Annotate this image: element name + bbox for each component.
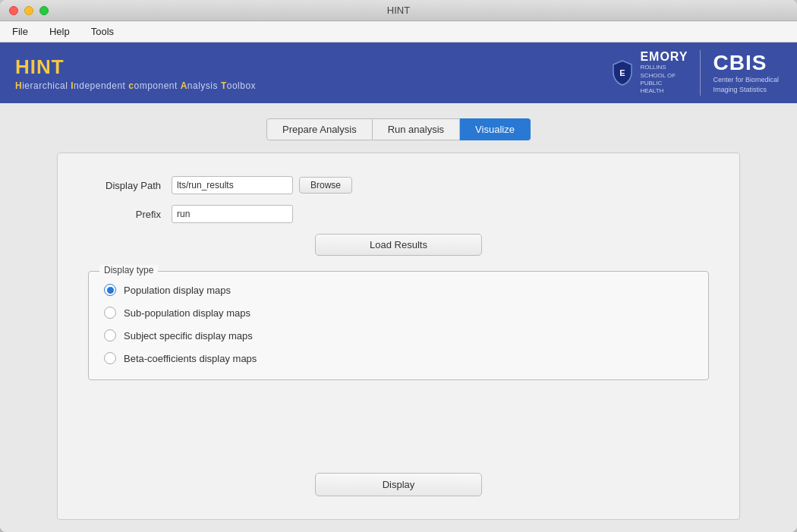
display-type-group: Display type Population display maps Sub… — [88, 271, 709, 380]
emory-name: EMORY — [640, 50, 688, 64]
radio-beta[interactable] — [104, 352, 116, 364]
cbis-name: CBIS — [713, 51, 779, 75]
prefix-row: Prefix — [88, 205, 709, 223]
tab-run-analysis[interactable]: Run analysis — [373, 118, 460, 140]
cbis-sub: Center for BiomedicalImaging Statistics — [713, 75, 779, 94]
radio-row-population: Population display maps — [104, 284, 693, 296]
prefix-input[interactable] — [172, 205, 293, 223]
visualize-panel: Display Path Browse Prefix Load Results … — [57, 153, 740, 520]
menubar: File Help Tools — [0, 21, 797, 42]
display-button-row: Display — [88, 455, 709, 496]
prefix-label: Prefix — [88, 209, 172, 220]
radio-label-beta[interactable]: Beta-coefficients display maps — [124, 353, 257, 364]
app-title: HINT — [15, 55, 256, 79]
radio-row-beta: Beta-coefficients display maps — [104, 352, 693, 364]
radio-label-subject[interactable]: Subject specific display maps — [124, 330, 253, 342]
radio-label-population[interactable]: Population display maps — [124, 285, 231, 296]
header-banner: HINT Hierarchical Independent component … — [0, 42, 797, 103]
window-controls — [9, 6, 49, 15]
emory-text: EMORY ROLLINSSCHOOL OFPUBLICHEALTH — [640, 50, 688, 96]
cbis-block: CBIS Center for BiomedicalImaging Statis… — [701, 51, 779, 94]
tab-visualize[interactable]: Visualize — [460, 118, 531, 140]
menu-help[interactable]: Help — [45, 24, 74, 39]
browse-button[interactable]: Browse — [299, 177, 352, 194]
radio-label-subpopulation[interactable]: Sub-population display maps — [124, 307, 250, 319]
menu-tools[interactable]: Tools — [87, 24, 118, 39]
menu-file[interactable]: File — [8, 24, 33, 39]
emory-shield-icon: E — [611, 59, 634, 87]
radio-subpopulation[interactable] — [104, 307, 116, 319]
load-results-row: Load Results — [88, 234, 709, 256]
emory-logo: E EMORY ROLLINSSCHOOL OFPUBLICHEALTH — [611, 50, 701, 96]
minimize-button[interactable] — [24, 6, 33, 15]
radio-row-subject: Subject specific display maps — [104, 329, 693, 342]
radio-subject[interactable] — [104, 329, 116, 342]
tab-prepare-analysis[interactable]: Prepare Analysis — [266, 118, 373, 140]
app-window: HINT File Help Tools HINT Hierarchical I… — [0, 0, 797, 532]
titlebar: HINT — [0, 0, 797, 21]
display-path-label: Display Path — [88, 180, 172, 191]
display-path-row: Display Path Browse — [88, 176, 709, 194]
banner-left: HINT Hierarchical Independent component … — [15, 55, 256, 91]
main-content: Prepare Analysis Run analysis Visualize … — [0, 103, 797, 532]
radio-population[interactable] — [104, 284, 116, 296]
load-results-button[interactable]: Load Results — [315, 234, 482, 256]
emory-sub: ROLLINSSCHOOL OFPUBLICHEALTH — [640, 64, 688, 96]
app-subtitle: Hierarchical Independent component Analy… — [15, 80, 256, 91]
display-button[interactable]: Display — [315, 473, 482, 496]
close-button[interactable] — [9, 6, 18, 15]
svg-text:E: E — [620, 68, 625, 77]
display-path-input[interactable] — [172, 176, 293, 194]
maximize-button[interactable] — [39, 6, 49, 15]
radio-row-subpopulation: Sub-population display maps — [104, 307, 693, 319]
window-title: HINT — [387, 5, 410, 16]
tab-bar: Prepare Analysis Run analysis Visualize — [266, 118, 531, 140]
display-type-legend: Display type — [99, 265, 158, 275]
banner-right: E EMORY ROLLINSSCHOOL OFPUBLICHEALTH CBI… — [611, 50, 779, 96]
